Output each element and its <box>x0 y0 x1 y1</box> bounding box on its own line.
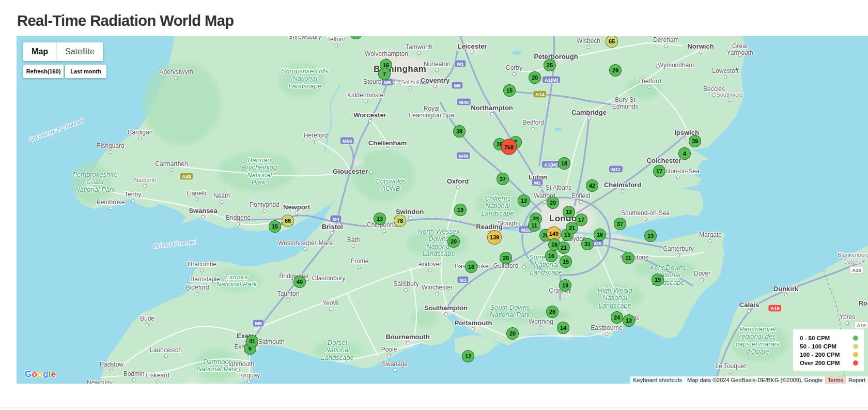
radiation-marker[interactable]: 11 <box>528 219 540 232</box>
radiation-marker[interactable]: 768 <box>501 139 517 155</box>
radiation-marker[interactable]: 24 <box>611 311 623 324</box>
radiation-marker[interactable]: 20 <box>506 327 519 340</box>
radiation-marker[interactable]: 31 <box>581 238 594 250</box>
last-month-button[interactable]: Last month <box>65 65 106 78</box>
radiation-marker[interactable]: 25 <box>544 59 556 71</box>
radiation-marker[interactable]: 37 <box>614 218 626 230</box>
map-attribution: Keyboard shortcuts Map data ©2024 GeoBas… <box>630 376 868 384</box>
legend-label: 100 - 200 CPM <box>800 352 840 358</box>
legend-color-dot <box>853 352 858 357</box>
radiation-marker[interactable]: 20 <box>547 196 559 209</box>
radiation-marker[interactable]: 41 <box>246 335 258 347</box>
map-data-text: Map data ©2024 GeoBasis-DE/BKG (©2009), … <box>685 376 825 384</box>
report-link[interactable]: Report <box>846 376 868 384</box>
legend-color-dot <box>853 360 858 366</box>
radiation-marker[interactable]: 20 <box>447 235 460 248</box>
google-logo-letter: g <box>43 369 49 379</box>
legend-label: 0 - 50 CPM <box>800 335 830 341</box>
radiation-marker[interactable]: 15 <box>503 84 516 97</box>
page-divider <box>0 407 868 407</box>
legend-row: 50 - 100 CPM <box>800 342 858 351</box>
legend-color-dot <box>853 336 858 341</box>
radiation-marker[interactable]: 21 <box>566 222 578 234</box>
radiation-marker[interactable]: 26 <box>546 306 559 318</box>
radiation-marker[interactable] <box>350 36 362 39</box>
radiation-marker[interactable]: 78 <box>394 215 406 227</box>
radiation-marker[interactable]: 15 <box>269 220 281 233</box>
radiation-marker[interactable]: 15 <box>560 255 572 268</box>
radiation-marker[interactable]: 19 <box>454 204 467 216</box>
google-logo-letter: o <box>37 369 43 379</box>
radiation-marker[interactable]: 66 <box>282 215 294 227</box>
radiation-marker[interactable]: 139 <box>487 230 502 245</box>
radiation-marker[interactable]: 20 <box>529 71 541 84</box>
radiation-marker[interactable]: 20 <box>500 252 512 264</box>
radiation-marker[interactable]: 42 <box>586 179 598 192</box>
page-title: Real-Time Radiation World Map <box>17 12 234 29</box>
radiation-marker[interactable]: 14 <box>557 322 569 334</box>
radiation-marker[interactable]: 21 <box>557 241 570 254</box>
radiation-marker[interactable]: 12 <box>462 350 474 362</box>
cpm-legend: 0 - 50 CPM50 - 100 CPM100 - 200 CPMOver … <box>793 329 864 371</box>
map-type-control: Map Satellite <box>23 42 103 61</box>
legend-row: 0 - 50 CPM <box>800 334 858 342</box>
keyboard-shortcuts-link[interactable]: Keyboard shortcuts <box>630 376 685 384</box>
radiation-marker[interactable]: 38 <box>453 125 466 138</box>
radiation-marker[interactable]: 65 <box>606 36 618 48</box>
legend-row: Over 200 CPM <box>800 359 858 367</box>
satellite-button[interactable]: Satellite <box>57 42 103 61</box>
radiation-marker[interactable]: 37 <box>497 173 509 185</box>
radiation-marker[interactable]: 16 <box>594 229 606 241</box>
radiation-marker[interactable]: 19 <box>652 274 664 286</box>
legend-row: 100 - 200 CPM <box>800 351 858 359</box>
radiation-marker[interactable]: 18 <box>558 157 570 170</box>
radiation-marker[interactable]: 39 <box>689 135 701 147</box>
radiation-marker[interactable]: 40 <box>293 276 306 288</box>
radiation-marker[interactable]: 7 <box>378 68 391 80</box>
google-logo-letter: o <box>32 369 38 379</box>
legend-label: Over 200 CPM <box>800 360 840 366</box>
google-logo-letter: e <box>51 369 56 379</box>
radiation-marker[interactable]: 11 <box>622 252 634 264</box>
radiation-marker[interactable]: 13 <box>518 194 530 207</box>
radiation-marker[interactable]: 17 <box>653 165 665 177</box>
radiation-marker[interactable]: 16 <box>545 250 557 262</box>
radiation-marker[interactable]: 13 <box>623 314 635 327</box>
radiation-marker[interactable]: 12 <box>563 206 575 218</box>
legend-color-dot <box>853 344 858 349</box>
refresh-button[interactable]: Refresh(160) <box>23 65 64 78</box>
radiation-markers-layer: 1672520156529382877681837423941713201219… <box>17 36 868 384</box>
radiation-marker[interactable]: 19 <box>644 230 657 242</box>
radiation-marker[interactable]: 16 <box>465 261 477 273</box>
legend-label: 50 - 100 CPM <box>800 343 836 350</box>
terms-link[interactable]: Terms <box>825 376 846 384</box>
radiation-marker[interactable]: 4 <box>678 147 691 160</box>
map-canvas[interactable]: ShrewsburyTelfordWolverhamptonTamworthLe… <box>17 36 868 384</box>
radiation-marker[interactable]: 29 <box>609 64 622 77</box>
radiation-marker[interactable]: 19 <box>559 279 571 292</box>
google-logo[interactable]: Google <box>25 369 56 379</box>
radiation-marker[interactable]: 13 <box>374 212 386 225</box>
google-logo-letter: G <box>25 369 32 379</box>
map-button[interactable]: Map <box>23 42 57 61</box>
